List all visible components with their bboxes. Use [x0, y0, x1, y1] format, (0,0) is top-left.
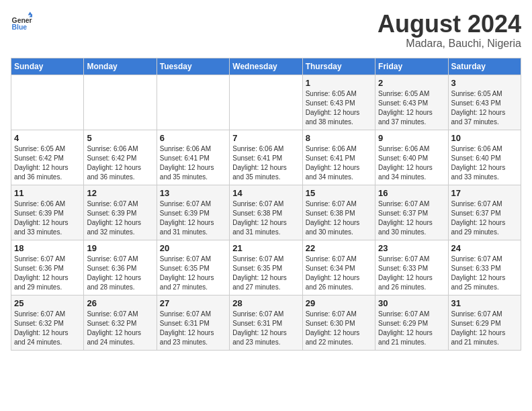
calendar-week-row: 25Sunrise: 6:07 AM Sunset: 6:32 PM Dayli…: [11, 295, 521, 350]
day-number: 26: [87, 298, 153, 308]
weekday-header: Saturday: [448, 58, 521, 75]
day-number: 25: [14, 298, 81, 308]
calendar-week-row: 11Sunrise: 6:06 AM Sunset: 6:39 PM Dayli…: [11, 185, 521, 240]
weekday-header: Monday: [84, 58, 157, 75]
day-number: 5: [87, 133, 153, 143]
calendar-body: 1Sunrise: 6:05 AM Sunset: 6:43 PM Daylig…: [11, 75, 521, 350]
day-info: Sunrise: 6:07 AM Sunset: 6:37 PM Dayligh…: [451, 199, 518, 237]
day-number: 17: [451, 188, 518, 198]
calendar-day-cell: 3Sunrise: 6:05 AM Sunset: 6:43 PM Daylig…: [448, 75, 521, 130]
day-number: 11: [14, 188, 81, 198]
day-info: Sunrise: 6:07 AM Sunset: 6:36 PM Dayligh…: [87, 255, 153, 292]
day-number: 3: [451, 78, 518, 88]
day-info: Sunrise: 6:07 AM Sunset: 6:39 PM Dayligh…: [87, 199, 153, 237]
day-number: 21: [232, 243, 299, 253]
day-number: 6: [160, 133, 226, 143]
calendar-day-cell: 25Sunrise: 6:07 AM Sunset: 6:32 PM Dayli…: [11, 295, 84, 350]
location-subtitle: Madara, Bauchi, Nigeria: [378, 38, 521, 50]
day-info: Sunrise: 6:07 AM Sunset: 6:33 PM Dayligh…: [451, 255, 518, 292]
svg-marker-2: [28, 12, 32, 15]
calendar-week-row: 1Sunrise: 6:05 AM Sunset: 6:43 PM Daylig…: [11, 75, 521, 130]
calendar-day-cell: 23Sunrise: 6:07 AM Sunset: 6:33 PM Dayli…: [375, 240, 448, 295]
calendar-day-cell: 13Sunrise: 6:07 AM Sunset: 6:39 PM Dayli…: [157, 185, 229, 240]
day-number: 14: [232, 188, 299, 198]
day-info: Sunrise: 6:07 AM Sunset: 6:35 PM Dayligh…: [160, 255, 226, 292]
day-info: Sunrise: 6:07 AM Sunset: 6:37 PM Dayligh…: [378, 199, 445, 237]
calendar-day-cell: [157, 75, 229, 130]
calendar-day-cell: 7Sunrise: 6:06 AM Sunset: 6:41 PM Daylig…: [230, 130, 302, 185]
day-number: 12: [87, 188, 153, 198]
calendar-day-cell: 10Sunrise: 6:06 AM Sunset: 6:40 PM Dayli…: [448, 130, 521, 185]
calendar-day-cell: [230, 75, 302, 130]
calendar-day-cell: 2Sunrise: 6:05 AM Sunset: 6:43 PM Daylig…: [375, 75, 448, 130]
weekday-header: Wednesday: [230, 58, 302, 75]
calendar-day-cell: 5Sunrise: 6:06 AM Sunset: 6:42 PM Daylig…: [84, 130, 157, 185]
day-info: Sunrise: 6:06 AM Sunset: 6:41 PM Dayligh…: [232, 144, 299, 182]
day-info: Sunrise: 6:05 AM Sunset: 6:43 PM Dayligh…: [378, 89, 445, 127]
day-info: Sunrise: 6:06 AM Sunset: 6:39 PM Dayligh…: [14, 199, 81, 237]
calendar-day-cell: 31Sunrise: 6:07 AM Sunset: 6:29 PM Dayli…: [448, 295, 521, 350]
day-info: Sunrise: 6:07 AM Sunset: 6:31 PM Dayligh…: [160, 310, 226, 347]
day-info: Sunrise: 6:07 AM Sunset: 6:31 PM Dayligh…: [232, 310, 299, 347]
title-block: August 2024 Madara, Bauchi, Nigeria: [378, 11, 521, 50]
calendar-day-cell: 22Sunrise: 6:07 AM Sunset: 6:34 PM Dayli…: [302, 240, 375, 295]
day-info: Sunrise: 6:05 AM Sunset: 6:43 PM Dayligh…: [306, 89, 372, 127]
calendar-day-cell: 18Sunrise: 6:07 AM Sunset: 6:36 PM Dayli…: [11, 240, 84, 295]
calendar-day-cell: 26Sunrise: 6:07 AM Sunset: 6:32 PM Dayli…: [84, 295, 157, 350]
day-number: 22: [306, 243, 372, 253]
day-number: 18: [14, 243, 81, 253]
day-number: 30: [378, 298, 445, 308]
day-info: Sunrise: 6:07 AM Sunset: 6:33 PM Dayligh…: [378, 255, 445, 292]
day-info: Sunrise: 6:07 AM Sunset: 6:35 PM Dayligh…: [232, 255, 299, 292]
calendar-day-cell: 21Sunrise: 6:07 AM Sunset: 6:35 PM Dayli…: [230, 240, 302, 295]
calendar-day-cell: 20Sunrise: 6:07 AM Sunset: 6:35 PM Dayli…: [157, 240, 229, 295]
day-number: 10: [451, 133, 518, 143]
day-info: Sunrise: 6:07 AM Sunset: 6:38 PM Dayligh…: [232, 199, 299, 237]
day-info: Sunrise: 6:07 AM Sunset: 6:29 PM Dayligh…: [451, 310, 518, 347]
calendar-day-cell: 30Sunrise: 6:07 AM Sunset: 6:29 PM Dayli…: [375, 295, 448, 350]
calendar-day-cell: 27Sunrise: 6:07 AM Sunset: 6:31 PM Dayli…: [157, 295, 229, 350]
calendar-week-row: 4Sunrise: 6:05 AM Sunset: 6:42 PM Daylig…: [11, 130, 521, 185]
day-info: Sunrise: 6:07 AM Sunset: 6:38 PM Dayligh…: [306, 199, 372, 237]
day-number: 1: [306, 78, 372, 88]
calendar-day-cell: 17Sunrise: 6:07 AM Sunset: 6:37 PM Dayli…: [448, 185, 521, 240]
calendar-day-cell: [11, 75, 84, 130]
day-info: Sunrise: 6:06 AM Sunset: 6:42 PM Dayligh…: [87, 144, 153, 182]
page-header: General Blue August 2024 Madara, Bauchi,…: [11, 11, 521, 50]
calendar-week-row: 18Sunrise: 6:07 AM Sunset: 6:36 PM Dayli…: [11, 240, 521, 295]
calendar-header-row: SundayMondayTuesdayWednesdayThursdayFrid…: [11, 58, 521, 75]
calendar-day-cell: 11Sunrise: 6:06 AM Sunset: 6:39 PM Dayli…: [11, 185, 84, 240]
day-info: Sunrise: 6:05 AM Sunset: 6:42 PM Dayligh…: [14, 144, 81, 182]
calendar-day-cell: 4Sunrise: 6:05 AM Sunset: 6:42 PM Daylig…: [11, 130, 84, 185]
day-number: 24: [451, 243, 518, 253]
day-number: 2: [378, 78, 445, 88]
calendar-day-cell: 29Sunrise: 6:07 AM Sunset: 6:30 PM Dayli…: [302, 295, 375, 350]
calendar-day-cell: 6Sunrise: 6:06 AM Sunset: 6:41 PM Daylig…: [157, 130, 229, 185]
calendar-day-cell: 1Sunrise: 6:05 AM Sunset: 6:43 PM Daylig…: [302, 75, 375, 130]
day-info: Sunrise: 6:06 AM Sunset: 6:41 PM Dayligh…: [306, 144, 372, 182]
day-number: 13: [160, 188, 226, 198]
day-info: Sunrise: 6:07 AM Sunset: 6:30 PM Dayligh…: [306, 310, 372, 347]
logo-icon: General Blue: [11, 11, 32, 32]
day-number: 23: [378, 243, 445, 253]
day-info: Sunrise: 6:05 AM Sunset: 6:43 PM Dayligh…: [451, 89, 518, 127]
day-number: 28: [232, 298, 299, 308]
weekday-header: Thursday: [302, 58, 375, 75]
day-number: 20: [160, 243, 226, 253]
day-number: 29: [306, 298, 372, 308]
day-number: 4: [14, 133, 81, 143]
calendar-table: SundayMondayTuesdayWednesdayThursdayFrid…: [11, 58, 521, 351]
day-number: 9: [378, 133, 445, 143]
calendar-day-cell: 24Sunrise: 6:07 AM Sunset: 6:33 PM Dayli…: [448, 240, 521, 295]
day-number: 8: [306, 133, 372, 143]
calendar-day-cell: 14Sunrise: 6:07 AM Sunset: 6:38 PM Dayli…: [230, 185, 302, 240]
calendar-day-cell: 19Sunrise: 6:07 AM Sunset: 6:36 PM Dayli…: [84, 240, 157, 295]
day-number: 16: [378, 188, 445, 198]
calendar-day-cell: 15Sunrise: 6:07 AM Sunset: 6:38 PM Dayli…: [302, 185, 375, 240]
day-info: Sunrise: 6:06 AM Sunset: 6:40 PM Dayligh…: [378, 144, 445, 182]
day-number: 7: [232, 133, 299, 143]
day-number: 15: [306, 188, 372, 198]
day-number: 19: [87, 243, 153, 253]
day-info: Sunrise: 6:07 AM Sunset: 6:32 PM Dayligh…: [14, 310, 81, 347]
weekday-header: Friday: [375, 58, 448, 75]
